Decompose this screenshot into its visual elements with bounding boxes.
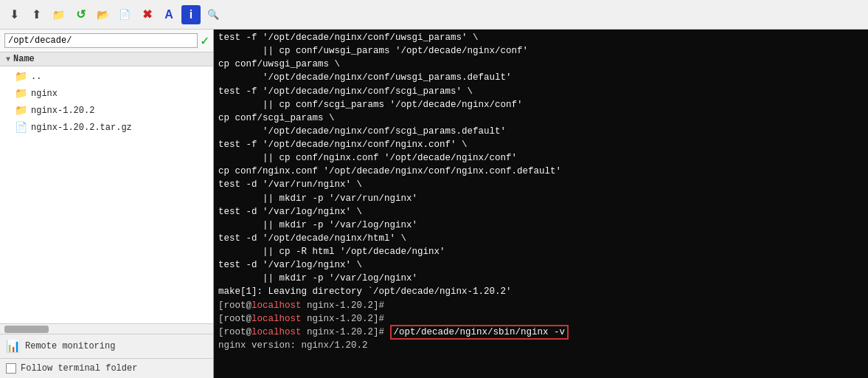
upload-button[interactable]: ⬆	[27, 5, 46, 24]
term-line: || cp conf/scgi_params '/opt/decade/ngin…	[218, 98, 864, 111]
term-host-3: localhost	[251, 327, 302, 337]
term-line: test -f '/opt/decade/nginx/conf/nginx.co…	[218, 138, 864, 151]
term-line: || cp -R html '/opt/decade/nginx'	[218, 245, 864, 258]
remote-monitoring-label: Remote monitoring	[25, 341, 115, 351]
new-folder-button[interactable]: 📁	[49, 5, 68, 24]
tree-column-name: Name	[13, 54, 35, 64]
term-line: '/opt/decade/nginx/conf/scgi_params.defa…	[218, 125, 864, 138]
term-host-2: localhost	[251, 314, 302, 324]
term-version-line: nginx version: nginx/1.20.2	[218, 339, 864, 352]
hscroll-bar[interactable]	[0, 323, 213, 334]
follow-terminal-checkbox[interactable]	[6, 363, 16, 374]
path-bar: ✓	[0, 30, 213, 52]
tree-item-nginx-label: nginx	[31, 89, 58, 99]
left-bottom: 📊 Remote monitoring Follow terminal fold…	[0, 334, 213, 378]
tree-item-nginx[interactable]: 📁 nginx	[0, 85, 213, 102]
term-line: test -d '/var/log/nginx' \	[218, 258, 864, 272]
main-area: ✓ ▼ Name 📁 .. 📁 nginx 📁 nginx-1.20.2 📄	[0, 30, 868, 378]
term-line: test -d '/var/log/nginx' \	[218, 205, 864, 219]
folder-yellow-icon-2: 📁	[15, 104, 27, 117]
term-line: || mkdir -p '/var/log/nginx'	[218, 272, 864, 285]
delete-button[interactable]: ✖	[137, 5, 156, 24]
term-dir-3: nginx-1.20.2]#	[302, 327, 390, 337]
terminal-panel[interactable]: test -f '/opt/decade/nginx/conf/uwsgi_pa…	[214, 30, 868, 378]
monitor-icon: 📊	[6, 339, 21, 354]
term-dir: nginx-1.20.2]#	[302, 300, 385, 311]
search-button[interactable]: 🔍	[204, 5, 223, 24]
file-icon: 📄	[15, 121, 27, 134]
term-dir-2: nginx-1.20.2]#	[302, 314, 385, 324]
term-prompt-line-3: [root@localhost nginx-1.20.2]# /opt/deca…	[218, 326, 864, 339]
term-line: test -f '/opt/decade/nginx/conf/scgi_par…	[218, 85, 864, 98]
tree-item-nginx-1202[interactable]: 📁 nginx-1.20.2	[0, 102, 213, 119]
term-highlighted-cmd: /opt/decade/nginx/sbin/nginx -v	[390, 325, 569, 340]
tree-expand-icon: ▼	[6, 55, 10, 63]
tree-column-header: ▼ Name	[0, 52, 213, 66]
tree-item-nginx-targz[interactable]: 📄 nginx-1.20.2.tar.gz	[0, 119, 213, 136]
term-prompt-2: [root@	[218, 314, 251, 324]
term-prompt-3: [root@	[218, 327, 251, 337]
term-line: test -f '/opt/decade/nginx/conf/uwsgi_pa…	[218, 31, 864, 44]
term-line: || cp conf/nginx.conf '/opt/decade/nginx…	[218, 151, 864, 165]
open-folder-button[interactable]: 📂	[93, 5, 112, 24]
term-line: make[1]: Leaving directory `/opt/decade/…	[218, 285, 864, 298]
refresh-button[interactable]: ↺	[71, 5, 90, 24]
term-line: || mkdir -p '/var/log/nginx'	[218, 219, 864, 232]
term-line: cp conf/scgi_params \	[218, 111, 864, 125]
left-panel: ✓ ▼ Name 📁 .. 📁 nginx 📁 nginx-1.20.2 📄	[0, 30, 214, 378]
info-button[interactable]: i	[181, 5, 201, 24]
term-line: cp conf/uwsgi_params \	[218, 58, 864, 71]
follow-terminal-item: Follow terminal folder	[0, 359, 213, 378]
term-line: test -d '/var/run/nginx' \	[218, 178, 864, 191]
term-prompt-line-2: [root@localhost nginx-1.20.2]#	[218, 312, 864, 326]
folder-green-icon: 📁	[15, 70, 27, 83]
term-line: || cp conf/uwsgi_params '/opt/decade/ngi…	[218, 44, 864, 58]
term-line: cp conf/nginx.conf '/opt/decade/nginx/co…	[218, 165, 864, 178]
follow-terminal-label: Follow terminal folder	[21, 363, 137, 374]
term-host: localhost	[251, 300, 302, 311]
term-line: test -d '/opt/decade/nginx/html' \	[218, 232, 864, 245]
path-input[interactable]	[4, 33, 198, 48]
remote-monitoring-item[interactable]: 📊 Remote monitoring	[0, 334, 213, 359]
download-button[interactable]: ⬇	[4, 5, 24, 24]
toolbar: ⬇ ⬆ 📁 ↺ 📂 📄 ✖ A i 🔍	[0, 0, 868, 30]
new-file-button[interactable]: 📄	[115, 5, 134, 24]
tree-item-nginx-1202-label: nginx-1.20.2	[31, 106, 94, 116]
rename-button[interactable]: A	[159, 5, 178, 24]
hscroll-thumb[interactable]	[4, 326, 49, 333]
file-tree[interactable]: 📁 .. 📁 nginx 📁 nginx-1.20.2 📄 nginx-1.20…	[0, 66, 213, 323]
term-line: || mkdir -p '/var/run/nginx'	[218, 192, 864, 205]
term-prompt-line-1: [root@localhost nginx-1.20.2]#	[218, 299, 864, 312]
tree-item-dotdot-label: ..	[31, 72, 41, 82]
term-prompt: [root@	[218, 300, 251, 311]
path-ok-icon: ✓	[201, 32, 209, 49]
tree-item-dotdot[interactable]: 📁 ..	[0, 68, 213, 85]
tree-item-nginx-targz-label: nginx-1.20.2.tar.gz	[31, 123, 132, 133]
term-line: '/opt/decade/nginx/conf/uwsgi_params.def…	[218, 71, 864, 84]
folder-yellow-icon: 📁	[15, 87, 27, 100]
